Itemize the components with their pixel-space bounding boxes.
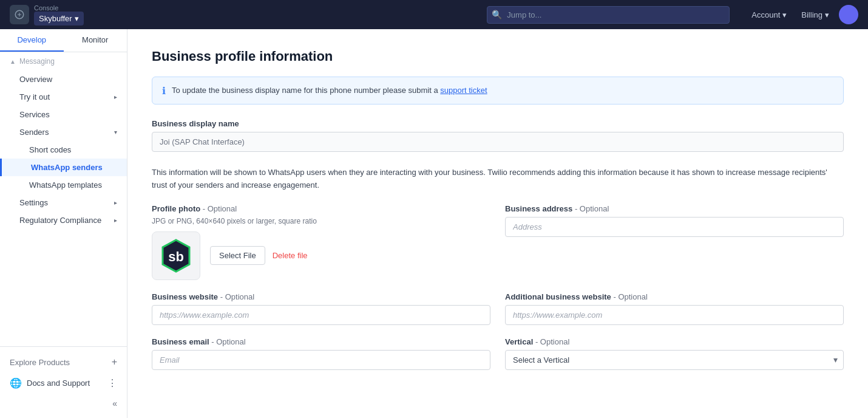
svg-text:sb: sb xyxy=(168,248,184,264)
sidebar-item-services[interactable]: Services xyxy=(0,106,127,123)
topbar-nav: Account ▾ Billing ▾ xyxy=(747,5,858,24)
topbar-search: 🔍 xyxy=(487,6,730,24)
sidebar-item-senders[interactable]: Senders ▾ xyxy=(0,123,127,141)
email-vertical-row: Business email - Optional Vertical - Opt… xyxy=(152,337,844,370)
form-group-business-email: Business email - Optional xyxy=(152,337,490,370)
select-file-button[interactable]: Select File xyxy=(210,246,265,265)
photo-preview: sb xyxy=(152,231,200,280)
topbar: Console Skybuffer ▾ 🔍 Account ▾ Billing … xyxy=(0,0,868,29)
chevron-right-icon-reg: ▸ xyxy=(114,217,117,224)
business-website-input[interactable] xyxy=(152,305,490,325)
vertical-select[interactable]: Select a Vertical Automotive Beauty, Spa… xyxy=(505,350,844,370)
photo-buttons: Select File Delete file xyxy=(210,246,308,265)
business-email-input[interactable] xyxy=(152,350,490,370)
sidebar-collapse-button[interactable]: « xyxy=(0,394,127,413)
vertical-label: Vertical - Optional xyxy=(505,337,844,346)
sidebar: Develop Monitor ▲ Messaging Overview Try… xyxy=(0,29,127,418)
settings-label: Settings xyxy=(19,198,48,207)
chevron-down-icon: ▾ xyxy=(114,129,117,135)
sidebar-explore: Explore Products + xyxy=(0,352,127,372)
search-input[interactable] xyxy=(487,6,730,24)
avatar[interactable] xyxy=(839,5,858,24)
docs-menu-icon[interactable]: ⋮ xyxy=(107,377,117,389)
vertical-select-wrapper: Select a Vertical Automotive Beauty, Spa… xyxy=(505,350,844,370)
business-email-label: Business email - Optional xyxy=(152,337,490,346)
docs-and-support-item[interactable]: 🌐 Docs and Support ⋮ xyxy=(0,372,127,394)
tab-develop[interactable]: Develop xyxy=(0,29,64,52)
regulatory-label: Regulatory Compliance xyxy=(19,216,101,225)
senders-label: Senders xyxy=(19,128,49,137)
form-group-business-website: Business website - Optional xyxy=(152,292,490,325)
sidebar-item-settings[interactable]: Settings ▸ xyxy=(0,194,127,211)
business-display-name-input xyxy=(152,132,844,152)
business-display-name-label: Business display name xyxy=(152,119,844,128)
try-it-out-label: Try it out xyxy=(19,92,50,101)
docs-label: Docs and Support xyxy=(27,379,90,388)
console-text: Console xyxy=(34,4,84,12)
sidebar-tabs: Develop Monitor xyxy=(0,29,127,52)
support-ticket-link[interactable]: support ticket xyxy=(440,86,487,95)
main-content: Business profile information ℹ To update… xyxy=(127,29,868,418)
topbar-logo: Console Skybuffer ▾ xyxy=(10,4,84,26)
additional-website-label: Additional business website - Optional xyxy=(505,292,844,301)
sidebar-item-whatsapp-senders[interactable]: WhatsApp senders xyxy=(0,159,127,176)
photo-address-row: Profile photo - Optional JPG or PNG, 640… xyxy=(152,204,844,280)
form-group-business-address: Business address - Optional xyxy=(505,204,844,280)
chevron-right-icon-settings: ▸ xyxy=(114,199,117,206)
tab-monitor[interactable]: Monitor xyxy=(64,29,127,52)
layout: Develop Monitor ▲ Messaging Overview Try… xyxy=(0,29,868,418)
additional-website-input[interactable] xyxy=(505,305,844,325)
delete-file-button[interactable]: Delete file xyxy=(273,251,308,260)
sidebar-item-short-codes[interactable]: Short codes xyxy=(0,141,127,159)
profile-photo-label: Profile photo - Optional xyxy=(152,204,490,213)
form-section-display-name: Business display name xyxy=(152,119,844,152)
sidebar-item-overview[interactable]: Overview xyxy=(0,70,127,88)
website-row: Business website - Optional Additional b… xyxy=(152,292,844,325)
search-icon: 🔍 xyxy=(492,10,502,19)
business-website-label: Business website - Optional xyxy=(152,292,490,301)
messaging-label: Messaging xyxy=(19,57,55,66)
info-body-text: This information will be shown to WhatsA… xyxy=(152,166,844,192)
info-banner-text: To update the business display name for … xyxy=(172,84,487,97)
sidebar-item-messaging-collapsed[interactable]: ▲ Messaging xyxy=(0,52,127,70)
business-address-input[interactable] xyxy=(505,217,844,237)
form-group-vertical: Vertical - Optional Select a Vertical Au… xyxy=(505,337,844,370)
sidebar-section-messaging: ▲ Messaging Overview Try it out ▸ Servic… xyxy=(0,52,127,229)
sidebar-item-try-it-out[interactable]: Try it out ▸ xyxy=(0,88,127,106)
page-title: Business profile information xyxy=(152,49,844,64)
business-address-label: Business address - Optional xyxy=(505,204,844,213)
photo-hint: JPG or PNG, 640×640 pixels or larger, sq… xyxy=(152,217,490,225)
explore-plus-icon[interactable]: + xyxy=(112,357,117,368)
console-icon xyxy=(10,5,29,24)
sidebar-item-regulatory-compliance[interactable]: Regulatory Compliance ▸ xyxy=(0,211,127,229)
form-group-additional-website: Additional business website - Optional xyxy=(505,292,844,325)
photo-preview-logo: sb xyxy=(158,238,194,274)
workspace-button[interactable]: Skybuffer ▾ xyxy=(34,12,84,26)
explore-label: Explore Products xyxy=(10,358,70,367)
sidebar-bottom: Explore Products + 🌐 Docs and Support ⋮ … xyxy=(0,346,127,418)
chevron-icon: ▲ xyxy=(10,58,16,65)
console-label: Console Skybuffer ▾ xyxy=(34,4,84,26)
info-banner: ℹ To update the business display name fo… xyxy=(152,77,844,104)
billing-button[interactable]: Billing ▾ xyxy=(796,8,834,22)
info-icon: ℹ xyxy=(162,85,166,97)
chevron-right-icon: ▸ xyxy=(114,94,117,100)
sidebar-item-whatsapp-templates[interactable]: WhatsApp templates xyxy=(0,176,127,194)
photo-upload-area: sb Select File Delete file xyxy=(152,231,490,280)
form-group-profile-photo: Profile photo - Optional JPG or PNG, 640… xyxy=(152,204,490,280)
account-button[interactable]: Account ▾ xyxy=(747,8,792,22)
docs-icon: 🌐 xyxy=(10,377,22,389)
